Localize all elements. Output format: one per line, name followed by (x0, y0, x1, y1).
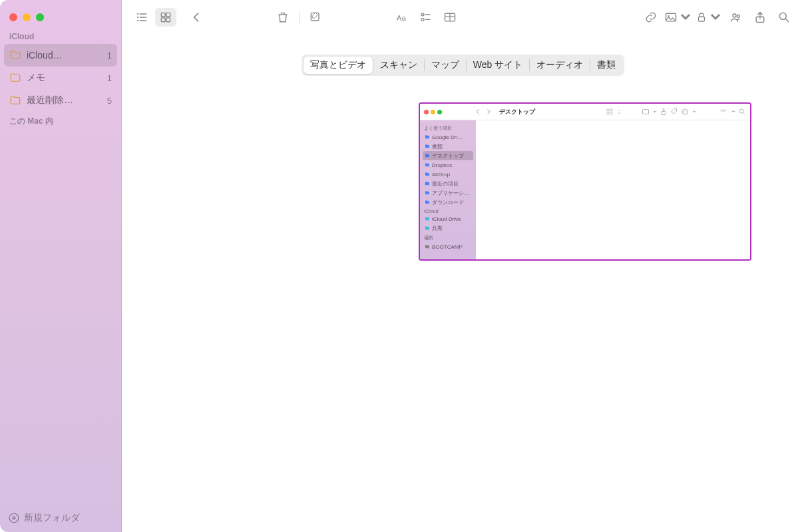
svg-rect-17 (607, 109, 609, 111)
attachment-back-icon (474, 108, 482, 116)
attachment-sidebar-item: 共有 (423, 223, 473, 233)
media-button[interactable] (664, 8, 692, 27)
attachment-section-label: よく使う項目 (423, 123, 473, 132)
svg-rect-12 (699, 17, 705, 21)
svg-rect-4 (166, 18, 170, 22)
attachment-item-label: Google Dri… (432, 134, 463, 140)
attachment-item-label: iCloud Drive (432, 216, 461, 222)
segment-5[interactable]: 書類 (590, 57, 622, 74)
segment-4[interactable]: オーディオ (530, 57, 590, 74)
folder-icon (9, 72, 21, 84)
sidebar-item-count: 1 (107, 73, 112, 83)
svg-rect-20 (610, 112, 612, 114)
new-folder-label: 新規フォルダ (24, 512, 80, 524)
svg-rect-21 (643, 110, 649, 114)
font-button[interactable]: Aa (391, 8, 413, 27)
attachment-sidebar-item: Dropbox (423, 160, 473, 170)
attachment-sidebar-item: デスクトップ (423, 151, 473, 160)
folder-icon (425, 190, 430, 196)
svg-point-25 (685, 112, 686, 112)
folder-icon (425, 172, 430, 177)
attachment-sidebar-item: AirDrop (423, 170, 473, 179)
segment-0[interactable]: 写真とビデオ (303, 57, 373, 74)
segment-2[interactable]: マップ (425, 57, 466, 74)
attachment-item-label: アプリケーション (432, 190, 471, 197)
folder-icon (425, 181, 430, 186)
attachment-section-label: 場所 (423, 233, 473, 242)
folder-icon (425, 200, 430, 205)
share-button[interactable] (749, 8, 771, 27)
svg-rect-19 (607, 112, 609, 114)
attachment-sidebar-item: ダウンロード (423, 198, 473, 207)
attachment-search-icon (738, 108, 746, 116)
attachment-item-label: 共有 (432, 225, 443, 232)
svg-point-26 (684, 112, 684, 112)
svg-point-28 (739, 109, 743, 113)
main-content: Aa 写真とビデオスキャンマップWeb サイトオーディオ書類 デスクトップ (122, 0, 804, 532)
chevron-down-icon (653, 110, 657, 114)
minimize-window-button[interactable] (23, 13, 31, 21)
attachment-finder-screenshot[interactable]: デスクトップ よく使う項目Google Dri…書類デスクトップDropboxA… (419, 102, 751, 261)
attachment-content-empty (476, 120, 750, 259)
folder-icon (425, 153, 430, 158)
attachment-sidebar-item: iCloud Drive (423, 214, 473, 223)
attachment-traffic-lights (424, 110, 442, 114)
zoom-window-button[interactable] (36, 13, 44, 21)
plus-circle-icon (8, 512, 20, 524)
attachment-sidebar-item: 最近の項目 (423, 179, 473, 188)
attachment-sort-icon (616, 108, 624, 116)
sidebar-section-label: iCloud (0, 28, 121, 44)
search-button[interactable] (773, 8, 795, 27)
chevron-down-icon (692, 110, 696, 114)
segment-1[interactable]: スキャン (373, 57, 424, 74)
new-folder-button[interactable]: 新規フォルダ (0, 505, 121, 532)
attachment-sidebar: よく使う項目Google Dri…書類デスクトップDropboxAirDrop最… (420, 120, 476, 259)
attachment-item-label: BOOTCAMP (432, 244, 463, 250)
chevron-down-icon (731, 110, 735, 114)
sidebar-item-memo[interactable]: メモ 1 (4, 66, 117, 89)
back-button[interactable] (186, 8, 207, 27)
folder-icon (9, 49, 21, 61)
toolbar-divider (299, 11, 300, 24)
lock-button[interactable] (695, 8, 723, 27)
svg-point-8 (421, 18, 424, 21)
toolbar: Aa (122, 0, 804, 35)
svg-point-14 (737, 15, 739, 17)
sidebar-item-count: 5 (107, 96, 112, 106)
attachment-item-label: 最近の項目 (432, 180, 459, 188)
trash-button[interactable] (272, 8, 294, 27)
sidebar-item-icloud-all[interactable]: iCloud… 1 (4, 44, 117, 66)
attachment-forward-icon (485, 108, 493, 116)
svg-point-27 (686, 112, 687, 112)
svg-text:Aa: Aa (397, 13, 407, 22)
attachment-type-segmented-control: 写真とビデオスキャンマップWeb サイトオーディオ書類 (122, 35, 804, 102)
sidebar-item-trash[interactable]: 最近削除… 5 (4, 89, 117, 112)
svg-point-13 (733, 14, 736, 17)
collaborate-button[interactable] (725, 8, 747, 27)
compose-button[interactable] (305, 8, 326, 27)
close-window-button[interactable] (9, 13, 17, 21)
svg-rect-2 (166, 13, 170, 17)
folder-icon (425, 134, 430, 140)
link-button[interactable] (640, 8, 662, 27)
grid-view-button[interactable] (155, 8, 176, 27)
svg-rect-1 (161, 13, 165, 17)
folder-icon (9, 94, 21, 106)
attachment-group-icon (642, 108, 650, 116)
attachment-item-label: デスクトップ (432, 152, 464, 160)
folder-icon (425, 225, 430, 231)
attachment-sidebar-item: Google Dri… (423, 132, 473, 142)
folder-icon (425, 162, 430, 168)
attachment-item-label: 書類 (432, 143, 443, 150)
svg-point-23 (676, 110, 676, 111)
attachment-title: デスクトップ (499, 108, 535, 116)
list-view-button[interactable] (131, 8, 152, 27)
checklist-button[interactable] (415, 8, 437, 27)
attachment-titlebar: デスクトップ (420, 104, 750, 120)
attachment-item-label: AirDrop (432, 172, 450, 178)
attachment-sidebar-item: BOOTCAMP (423, 242, 473, 251)
segment-3[interactable]: Web サイト (467, 57, 529, 74)
attachment-dropbox-icon (720, 108, 728, 116)
table-button[interactable] (439, 8, 461, 27)
sidebar-item-label: 最近削除… (27, 94, 107, 106)
